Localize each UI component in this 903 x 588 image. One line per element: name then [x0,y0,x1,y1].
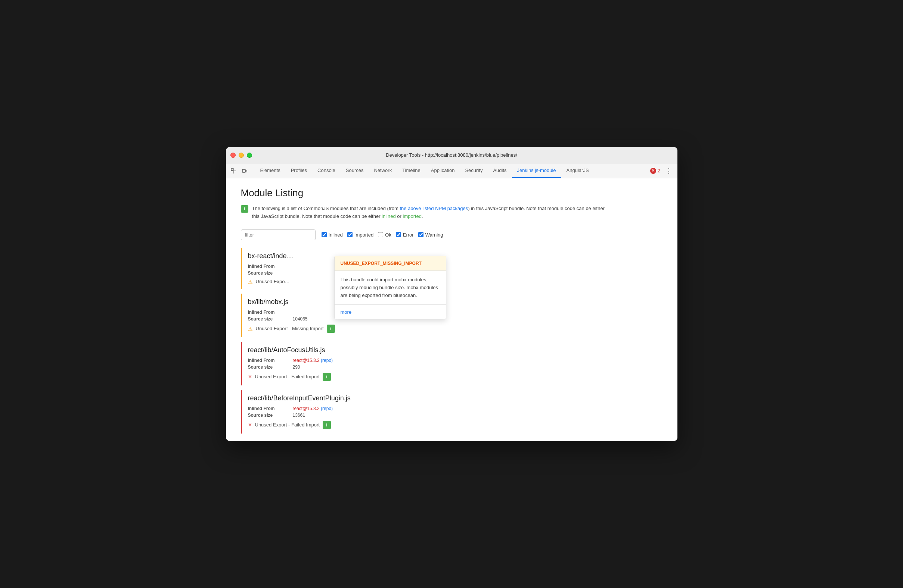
filter-warning[interactable]: Warning [418,232,443,238]
module-meta: Inlined From Source size [248,264,656,276]
info-button[interactable]: i [327,325,335,333]
info-banner: i The following is a list of CommonJS mo… [241,205,662,221]
tab-sources[interactable]: Sources [341,163,369,178]
info-description: The following is a list of CommonJS modu… [252,205,605,221]
info-icon: i [241,205,249,213]
module-name: react/lib/BeforeInputEventPlugin.js [248,394,656,402]
info-button[interactable]: i [322,421,331,429]
error-count-icon: ✕ [650,168,656,174]
filter-ok-label: Ok [385,232,392,238]
filter-imported[interactable]: Imported [347,232,373,238]
filter-row: Inlined Imported Ok Error Warning [241,229,662,240]
meta-label-size: Source size [248,412,293,418]
info-button[interactable]: i [322,373,331,381]
tooltip-more-link[interactable]: more [341,309,352,315]
module-status: ✕ Unused Export - Failed Import i [248,373,656,381]
module-meta: Inlined From react@15.3.2 (repo) Source … [248,406,656,418]
tooltip-title: UNUSED_EXPORT_MISSING_IMPORT [335,256,446,271]
browser-window: Developer Tools - http://localhost:8080/… [226,147,677,441]
warning-icon: ⚠ [248,279,253,285]
traffic-lights [230,153,252,158]
meta-label-size: Source size [248,270,293,276]
filter-error[interactable]: Error [396,232,414,238]
status-text: Unused Export - Missing Import [256,326,324,331]
error-icon: ✕ [248,374,252,379]
npm-packages-link[interactable]: the above listed NPM packages [400,205,468,211]
maximize-button[interactable] [247,153,252,158]
filter-imported-label: Imported [354,232,373,238]
more-options-button[interactable]: ⋮ [663,167,675,175]
repo-link[interactable]: (repo) [321,406,333,411]
toolbar-right: ✕ 2 ⋮ [650,167,675,175]
error-badge: ✕ 2 [650,168,660,174]
inlined-link[interactable]: inlined [382,213,396,219]
tooltip-popup: UNUSED_EXPORT_MISSING_IMPORT This bundle… [334,256,446,319]
module-item: bx/lib/mobx.js Inlined From Source size … [241,294,662,337]
tab-angularjs[interactable]: AngularJS [561,163,594,178]
filter-options: Inlined Imported Ok Error Warning [321,232,443,238]
filter-inlined-checkbox[interactable] [321,232,327,237]
filter-inlined[interactable]: Inlined [321,232,343,238]
tab-security[interactable]: Security [460,163,488,178]
warning-icon: ⚠ [248,326,253,332]
module-name: react/lib/AutoFocusUtils.js [248,346,656,354]
repo-link[interactable]: (repo) [321,358,333,363]
meta-label-inlined: Inlined From [248,406,293,411]
filter-ok-checkbox[interactable] [378,232,383,237]
close-button[interactable] [230,153,236,158]
meta-label-size: Source size [248,317,293,321]
filter-inlined-label: Inlined [329,232,343,238]
filter-imported-checkbox[interactable] [347,232,352,237]
error-icon: ✕ [248,422,252,428]
svg-rect-3 [242,169,245,172]
filter-error-label: Error [403,232,414,238]
filter-error-checkbox[interactable] [396,232,401,237]
module-item: react/lib/BeforeInputEventPlugin.js Inli… [241,390,662,434]
devtools-toolbar: Elements Profiles Console Sources Networ… [226,163,677,178]
module-meta: Inlined From react@15.3.2 (repo) Source … [248,358,656,370]
tooltip-body: This bundle could import mobx modules, p… [335,271,446,305]
tab-elements[interactable]: Elements [255,163,286,178]
module-item: bx-react/inde… Inlined From Source size … [241,248,662,289]
module-status: ✕ Unused Export - Failed Import i [248,421,656,429]
filter-warning-checkbox[interactable] [418,232,423,237]
minimize-button[interactable] [239,153,244,158]
meta-value-inlined: react@15.3.2 (repo) [293,358,656,363]
meta-label-inlined: Inlined From [248,264,293,269]
status-text: Unused Export - Failed Import [255,374,320,379]
module-meta: Inlined From Source size 104065 [248,310,656,321]
tab-application[interactable]: Application [426,163,460,178]
meta-value-size: 13661 [293,412,656,418]
meta-label-inlined: Inlined From [248,358,293,363]
filter-ok[interactable]: Ok [378,232,392,238]
imported-link[interactable]: imported [403,213,422,219]
tab-jenkins-js-module[interactable]: Jenkins js-module [512,163,561,178]
tab-profiles[interactable]: Profiles [286,163,312,178]
meta-value-size: 290 [293,365,656,370]
info-text-after: ) in this JavaScript bundle. Note that m… [468,205,605,211]
status-text: Unused Expo… [256,279,290,284]
page-title: Module Listing [241,187,662,199]
svg-rect-4 [246,170,247,172]
main-content: Module Listing i The following is a list… [226,178,677,441]
tab-console[interactable]: Console [312,163,341,178]
filter-input[interactable] [241,229,316,240]
status-text: Unused Export - Failed Import [255,422,320,428]
module-item: react/lib/AutoFocusUtils.js Inlined From… [241,342,662,386]
error-count: 2 [658,168,660,174]
device-icon[interactable] [240,166,249,176]
svg-rect-0 [231,169,233,171]
meta-label-inlined: Inlined From [248,310,293,315]
tab-audits[interactable]: Audits [488,163,511,178]
titlebar: Developer Tools - http://localhost:8080/… [226,147,677,163]
meta-label-size: Source size [248,365,293,370]
tab-network[interactable]: Network [368,163,397,178]
module-list: bx-react/inde… Inlined From Source size … [241,248,662,438]
info-text-before: The following is a list of CommonJS modu… [252,205,400,211]
window-title: Developer Tools - http://localhost:8080/… [386,152,517,158]
module-status: ⚠ Unused Expo… [248,279,656,285]
tab-timeline[interactable]: Timeline [397,163,426,178]
nav-tabs: Elements Profiles Console Sources Networ… [255,163,594,178]
inspect-icon[interactable] [229,166,238,176]
module-status: ⚠ Unused Export - Missing Import i [248,325,656,333]
